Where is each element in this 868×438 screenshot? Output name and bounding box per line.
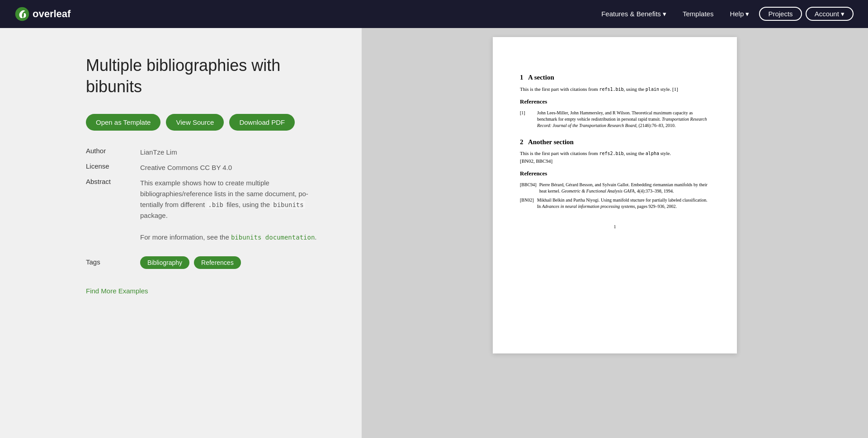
bibunits-doc-link[interactable]: bibunits documentation (231, 234, 315, 241)
pdf-preview: 1 A section This is the first part with … (493, 37, 737, 353)
templates-link[interactable]: Templates (676, 7, 720, 20)
license-label: License (86, 162, 140, 170)
pdf-section1-body: This is the first part with citations fr… (520, 85, 710, 93)
author-value: LianTze Lim (140, 147, 177, 158)
pdf-section1-title: 1 A section (520, 72, 710, 83)
main-container: Multiple bibliographies withbibunits Ope… (0, 28, 868, 438)
navbar: overleaf Features & Benefits ▾ Templates… (0, 0, 868, 28)
pdf-section2-body: This is the first part with citations fr… (520, 150, 710, 165)
license-value: Creative Commons CC BY 4.0 (140, 162, 232, 173)
pdf-references1-title: References (520, 97, 710, 106)
logo-link[interactable]: overleaf (14, 6, 71, 22)
tag-bibliography[interactable]: Bibliography (140, 256, 189, 269)
abstract-value: This example shows how to create multipl… (140, 178, 326, 243)
view-source-button[interactable]: View Source (166, 114, 224, 131)
abstract-label: Abstract (86, 178, 140, 185)
meta-table: Author LianTze Lim License Creative Comm… (86, 147, 326, 243)
author-row: Author LianTze Lim (86, 147, 326, 158)
account-button[interactable]: Account ▾ (806, 7, 854, 21)
overleaf-logo-icon (14, 6, 30, 22)
abstract-row: Abstract This example shows how to creat… (86, 178, 326, 243)
features-benefits-menu[interactable]: Features & Benefits ▾ (595, 7, 673, 21)
pdf-page-number: 1 (520, 223, 710, 230)
projects-button[interactable]: Projects (759, 7, 802, 21)
tags-label: Tags (86, 256, 140, 266)
action-buttons: Open as Template View Source Download PD… (86, 114, 326, 131)
pdf-references2-title: References (520, 169, 710, 178)
pdf-ref1: [1] John Lees-Miller, John Hammersley, a… (520, 110, 710, 129)
logo-text: overleaf (33, 8, 71, 20)
author-label: Author (86, 147, 140, 155)
help-menu[interactable]: Help ▾ (723, 7, 755, 21)
tag-references[interactable]: References (194, 256, 241, 269)
tags-row: Tags Bibliography References (86, 256, 326, 269)
pdf-ref2: [BBC94] Pierre Bérard, Gérard Besson, an… (520, 182, 710, 194)
open-as-template-button[interactable]: Open as Template (86, 114, 160, 131)
pdf-section2-title: 2 Another section (520, 137, 710, 147)
find-more-examples-link[interactable]: Find More Examples (86, 287, 148, 295)
pdf-ref3: [BN02] Mikhail Belkin and Partha Niyogi.… (520, 197, 710, 210)
license-row: License Creative Commons CC BY 4.0 (86, 162, 326, 173)
right-panel: 1 A section This is the first part with … (362, 28, 868, 438)
download-pdf-button[interactable]: Download PDF (229, 114, 295, 131)
left-panel: Multiple bibliographies withbibunits Ope… (0, 28, 362, 438)
page-title: Multiple bibliographies withbibunits (86, 55, 326, 98)
tags-list: Bibliography References (140, 256, 241, 269)
